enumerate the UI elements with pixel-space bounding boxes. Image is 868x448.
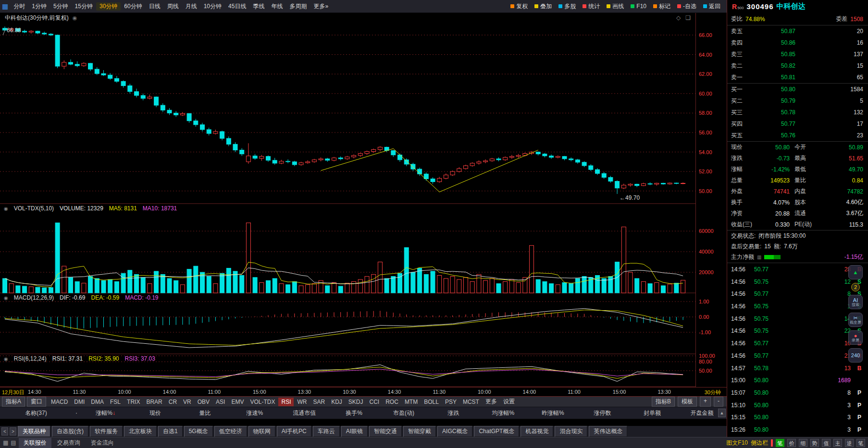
screen-record-icon[interactable]: ●录屏 (848, 330, 863, 345)
toolbar-action[interactable]: 画线 (603, 2, 627, 11)
table-column[interactable]: 市盈(动) (379, 409, 428, 417)
period-item[interactable]: 1分钟 (28, 2, 50, 11)
window-layout-icon[interactable]: ▦ (3, 439, 8, 446)
sector-tab[interactable]: 机器视觉 (521, 426, 553, 437)
sector-tab[interactable]: 物联网 (248, 426, 275, 437)
status-tab[interactable]: 关联报价 (19, 438, 51, 448)
table-column[interactable]: 涨停数 (578, 409, 627, 417)
indicator-tab[interactable]: BRAR (143, 398, 165, 406)
table-column[interactable]: 涨速% (230, 409, 279, 417)
indicator-tab[interactable]: CCI (367, 398, 383, 406)
toolbar-action[interactable]: 复权 (507, 2, 531, 11)
indicator-tab[interactable]: 设置 (500, 397, 518, 407)
tab-scroll-icon[interactable]: > (10, 427, 16, 436)
sector-tab[interactable]: 自选1 (158, 426, 183, 437)
bid-row[interactable]: 买四50.7717 (727, 118, 868, 130)
toolbar-action[interactable]: -自选 (674, 2, 700, 11)
indicator-bar-button[interactable]: - (714, 397, 723, 407)
indicator-bar-button[interactable]: 指标A (2, 397, 25, 407)
diamond-marker-icon[interactable]: ◇ (676, 14, 681, 21)
indicator-tab[interactable]: WR (294, 398, 310, 406)
table-column[interactable]: 名称(37) (0, 409, 72, 417)
table-column[interactable]: 涨跌 (429, 409, 478, 417)
ask-row[interactable]: 卖一50.8165 (727, 72, 868, 83)
tab-scroll-icon[interactable]: < (1, 427, 8, 436)
table-column[interactable]: 均涨幅% (478, 409, 528, 417)
table-column[interactable]: 流通市值 (280, 409, 329, 417)
panel-toggle-icon[interactable]: ◉ (4, 295, 8, 301)
collapse-strip-icon[interactable]: ▲ (848, 265, 863, 279)
mini-view-tab[interactable]: 价 (787, 439, 796, 447)
mini-view-tab[interactable]: 值 (822, 439, 831, 447)
indicator-tab[interactable]: TRIX (124, 398, 143, 406)
sector-tab[interactable]: 智能交通 (369, 426, 402, 437)
toolbar-action[interactable]: 多股 (555, 2, 579, 11)
toolbar-action[interactable]: 返回 (700, 2, 724, 11)
mini-view-tab[interactable]: 细 (799, 439, 807, 447)
table-column[interactable]: 封单额 (627, 409, 677, 417)
period-item[interactable]: 多周期 (286, 2, 310, 11)
mini-view-tab[interactable]: 逆 (845, 439, 854, 447)
status-tab[interactable]: 资金流向 (86, 438, 119, 448)
sector-tab[interactable]: 混合现实 (555, 426, 587, 437)
toolbar-action[interactable]: 统计 (579, 2, 603, 11)
indicator-tab[interactable]: VR (180, 398, 194, 406)
indicator-bar-button[interactable]: 模板 (678, 397, 697, 407)
indicator-bar-button[interactable]: + (700, 397, 711, 407)
status-link[interactable]: 侧边栏 (751, 439, 768, 447)
indicator-tab[interactable]: RSI (278, 398, 294, 406)
table-column[interactable]: 量比 (180, 409, 230, 417)
period-item[interactable]: 30分钟 (96, 2, 121, 11)
sector-tab[interactable]: 5G概念 (184, 426, 213, 437)
period-item[interactable]: 季线 (249, 2, 268, 11)
period-item[interactable]: 45日线 (225, 2, 249, 11)
bid-row[interactable]: 买五50.7623 (727, 130, 868, 141)
ask-row[interactable]: 卖二50.8215 (727, 60, 868, 72)
sector-tab[interactable]: 软件服务 (90, 426, 123, 437)
period-item[interactable]: 分时 (10, 2, 28, 11)
indicator-tab[interactable]: MTM (402, 398, 421, 406)
period-item[interactable]: 月线 (182, 2, 200, 11)
indicator-tab[interactable]: SKDJ (346, 398, 366, 406)
sector-tab[interactable]: AI手机PC (277, 426, 311, 437)
mini-view-tab[interactable]: 笔 (856, 439, 865, 447)
indicator-tab[interactable]: MACD (48, 398, 71, 406)
period-item[interactable]: 更多» (310, 2, 332, 11)
toolbar-action[interactable]: 叠加 (531, 2, 555, 11)
sector-tab[interactable]: AI眼镜 (341, 426, 368, 437)
table-column[interactable]: 现价 (130, 409, 180, 417)
indicator-tab[interactable]: BOLL (421, 398, 442, 406)
panel-toggle-icon[interactable]: ◉ (4, 206, 8, 211)
period-item[interactable]: 日线 (146, 2, 164, 11)
toolbar-action[interactable]: 标记 (650, 2, 674, 11)
indicator-tab[interactable]: CR (166, 398, 180, 406)
sector-tab[interactable]: 英伟达概念 (589, 426, 627, 437)
table-column[interactable]: · (72, 410, 81, 416)
table-column[interactable]: 昨涨幅% (528, 409, 578, 417)
ask-row[interactable]: 卖三50.85137 (727, 48, 868, 60)
speed-240-badge[interactable]: 240 (848, 348, 863, 363)
period-item[interactable]: 15分钟 (72, 2, 96, 11)
mini-view-tab[interactable]: 主 (833, 439, 842, 447)
indicator-tab[interactable]: DMI (71, 398, 87, 406)
screenshot-icon[interactable]: ✂截全屏 (848, 313, 863, 327)
status-link[interactable]: 图文F10 (726, 439, 748, 447)
indicator-tab[interactable]: VOL-TDX (247, 398, 278, 406)
indicator-tab[interactable]: DMA (88, 398, 107, 406)
table-column[interactable]: 换手% (329, 409, 379, 417)
sector-tab[interactable]: 低空经济 (214, 426, 247, 437)
mini-view-tab[interactable]: 笔 (776, 439, 784, 447)
period-item[interactable]: 5分钟 (50, 2, 72, 11)
indicator-bar-button[interactable]: 窗口 (27, 397, 46, 407)
indicator-tab[interactable]: FSL (107, 398, 124, 406)
mini-view-tab[interactable]: 势 (810, 439, 819, 447)
sector-tab[interactable]: AIGC概念 (437, 426, 472, 437)
period-item[interactable]: 10分钟 (200, 2, 225, 11)
indicator-tab[interactable]: PSY (442, 398, 459, 406)
sector-tab[interactable]: 车路云 (313, 426, 340, 437)
indicator-tab[interactable]: ASI (213, 398, 228, 406)
sector-tab[interactable]: 北京板块 (124, 426, 157, 437)
toolbar-action[interactable]: F10 (627, 3, 650, 10)
bid-row[interactable]: 买三50.78132 (727, 107, 868, 118)
price-chart[interactable]: 66.88←49.70 (0, 13, 695, 387)
